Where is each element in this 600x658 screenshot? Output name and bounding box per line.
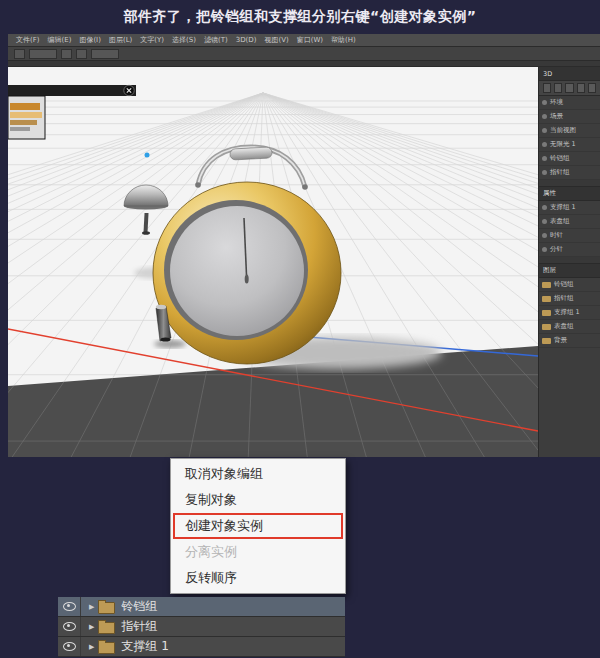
clock-face [170, 206, 304, 336]
context-menu-item[interactable]: 反转顺序 [171, 565, 345, 591]
item-icon [542, 114, 547, 119]
layer-row[interactable]: ▶ 铃铛组 [58, 597, 345, 617]
folder-icon [542, 324, 551, 330]
properties-list-item[interactable]: 时针 [539, 229, 600, 243]
tool-options-icon[interactable] [14, 49, 25, 59]
menu-item[interactable]: 3D(D) [236, 36, 257, 44]
scene-list-item[interactable]: 无限光 1 [539, 138, 600, 152]
item-icon [542, 128, 547, 133]
layers-list: 铃铛组 指针组 支撑组 1 [539, 278, 600, 348]
layer-name: 指针组 [121, 618, 157, 635]
3d-scene [8, 67, 538, 457]
filter-icon[interactable] [588, 83, 596, 93]
menu-item[interactable]: 文字(Y) [140, 35, 164, 45]
properties-list-item[interactable]: 表盘组 [539, 215, 600, 229]
filter-icon[interactable] [554, 83, 562, 93]
item-icon [542, 142, 547, 147]
tutorial-caption: 部件齐了，把铃铛组和支撑组分别右键“创建对象实例” [0, 8, 600, 26]
handle-grip [230, 147, 273, 160]
tool-options-dropdown[interactable] [29, 49, 57, 59]
layer-name: 铃铛组 [121, 598, 157, 615]
leg-shadow [154, 340, 186, 348]
expand-triangle-icon[interactable]: ▶ [89, 623, 94, 631]
folder-icon [542, 296, 551, 302]
item-icon [542, 247, 547, 252]
visibility-cell[interactable] [58, 597, 81, 616]
layers-list-item[interactable]: 背景 [539, 334, 600, 348]
eye-icon[interactable] [63, 642, 76, 651]
eye-icon[interactable] [63, 622, 76, 631]
panel-tab-3d[interactable]: 3D [539, 67, 600, 81]
layers-list-item[interactable]: 铃铛组 [539, 278, 600, 292]
scene-list: 环境 场景 当前视图 [539, 96, 600, 180]
properties-list: 支撑组 1 表盘组 时针 [539, 201, 600, 257]
menu-item[interactable]: 图像(I) [79, 35, 101, 45]
scene-list-item[interactable]: 环境 [539, 96, 600, 110]
menu-bar: 文件(F)编辑(E)图像(I)图层(L)文字(Y)选择(S)滤镜(T)3D(D)… [8, 34, 600, 47]
folder-icon [542, 310, 551, 316]
item-icon [542, 170, 547, 175]
layer-row[interactable]: ▶ 支撑组 1 [58, 637, 345, 657]
properties-list-item[interactable]: 分针 [539, 243, 600, 257]
scene-list-item[interactable]: 指针组 [539, 166, 600, 180]
scene-list-item[interactable]: 场景 [539, 110, 600, 124]
secondary-view-titlebar[interactable] [8, 85, 136, 96]
menu-item[interactable]: 视图(V) [264, 35, 288, 45]
panel-tab-properties[interactable]: 属性 [539, 187, 600, 201]
panel-filter-icons [539, 81, 600, 96]
context-menu-item[interactable]: 取消对象编组 [171, 461, 345, 487]
options-bar [8, 47, 600, 61]
folder-icon [542, 282, 551, 288]
context-menu-item[interactable]: 创建对象实例 [171, 513, 345, 539]
item-icon [542, 156, 547, 161]
layers-list-item[interactable]: 表盘组 [539, 320, 600, 334]
group-folder-icon [98, 642, 115, 654]
scene-list-item[interactable]: 当前视图 [539, 124, 600, 138]
scene-list-item[interactable]: 铃铛组 [539, 152, 600, 166]
expand-triangle-icon[interactable]: ▶ [89, 603, 94, 611]
context-menu: 取消对象编组 复制对象 创建对象实例 分离实例 反转顺序 [170, 458, 346, 594]
group-folder-icon [98, 622, 115, 634]
filter-icon[interactable] [565, 83, 573, 93]
menu-item[interactable]: 选择(S) [172, 35, 196, 45]
expand-triangle-icon[interactable]: ▶ [89, 643, 94, 651]
tool-options-icon[interactable] [61, 49, 72, 59]
group-folder-icon [98, 602, 115, 614]
layers-list-item[interactable]: 支撑组 1 [539, 306, 600, 320]
item-icon [542, 100, 547, 105]
menu-item[interactable]: 帮助(H) [331, 35, 356, 45]
tool-options-icon[interactable] [76, 49, 87, 59]
panel-tab-layers[interactable]: 图层 [539, 264, 600, 278]
layers-panel-strip: ▶ 铃铛组 ▶ 指针组 ▶ 支撑组 1 [58, 597, 345, 657]
eye-icon[interactable] [63, 602, 76, 611]
filter-icon[interactable] [577, 83, 585, 93]
menu-item[interactable]: 图层(L) [109, 35, 132, 45]
photoshop-window: 文件(F)编辑(E)图像(I)图层(L)文字(Y)选择(S)滤镜(T)3D(D)… [8, 34, 600, 456]
item-icon [542, 219, 547, 224]
right-panel-column: 3D 环境 [538, 67, 600, 457]
layer-name: 支撑组 1 [121, 638, 168, 655]
layers-list-item[interactable]: 指针组 [539, 292, 600, 306]
folder-icon [542, 338, 551, 344]
tool-options-dropdown[interactable] [91, 49, 119, 59]
menu-item[interactable]: 滤镜(T) [204, 35, 228, 45]
properties-list-item[interactable]: 支撑组 1 [539, 201, 600, 215]
context-menu-item[interactable]: 分离实例 [171, 539, 345, 565]
menu-item[interactable]: 文件(F) [16, 35, 40, 45]
blue-marker-dot [145, 153, 150, 158]
context-menu-item[interactable]: 复制对象 [171, 487, 345, 513]
tutorial-page: 部件齐了，把铃铛组和支撑组分别右键“创建对象实例” 文件(F)编辑(E)图像(I… [0, 0, 600, 658]
filter-icon[interactable] [543, 83, 551, 93]
item-icon [542, 205, 547, 210]
menu-item[interactable]: 窗口(W) [297, 35, 323, 45]
document-canvas[interactable] [8, 67, 538, 457]
visibility-cell[interactable] [58, 637, 81, 656]
layer-row[interactable]: ▶ 指针组 [58, 617, 345, 637]
visibility-cell[interactable] [58, 617, 81, 636]
item-icon [542, 233, 547, 238]
menu-item[interactable]: 编辑(E) [48, 35, 72, 45]
